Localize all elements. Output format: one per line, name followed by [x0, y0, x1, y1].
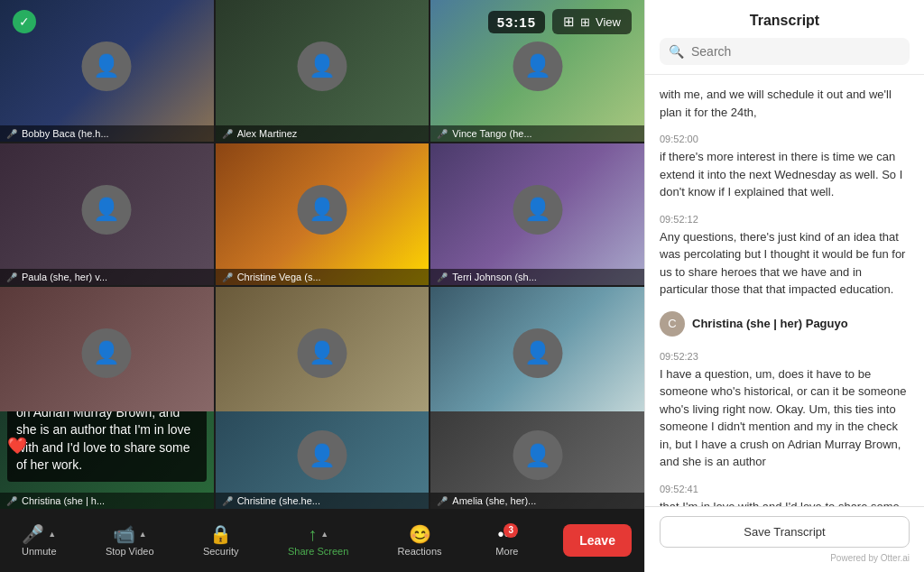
mute-icon-alex: 🎤: [222, 129, 233, 139]
entry-time-4: 09:52:23: [660, 351, 910, 362]
search-box[interactable]: 🔍: [660, 38, 910, 65]
entry-text-1: if there's more interest in there is tim…: [660, 148, 910, 201]
mute-icon-bobby: 🎤: [6, 129, 17, 139]
name-christine-vega: Christine Vega (s...: [237, 272, 321, 282]
video-chevron[interactable]: ▲: [139, 530, 147, 539]
security-icon: 🔒: [209, 525, 232, 543]
camera-icon: 📹: [113, 525, 135, 543]
avatar-vince: 👤: [513, 42, 562, 91]
caption-text: on Adrian Murray Brown, and she is an au…: [16, 411, 190, 472]
avatar-megan: 👤: [297, 328, 346, 378]
mute-icon-christine-vega: 🎤: [222, 272, 233, 282]
mute-icon-terri: 🎤: [437, 272, 448, 282]
leave-button[interactable]: Leave: [563, 524, 632, 557]
security-button[interactable]: 🔒 Security: [194, 520, 248, 562]
video-cell-christine-she: 👤 🎤 Christine (she.he...: [216, 411, 430, 509]
transcript-entry-speaker: C Christina (she | her) Paguyo: [660, 311, 910, 338]
speaker-avatar-christina: C: [660, 311, 685, 337]
video-cell-leslie: 👤 🎤 Leslie (she|her)...: [430, 287, 644, 429]
entry-time-5: 09:52:41: [660, 484, 910, 494]
transcript-entry-5: 09:52:41 that I'm in love with and I'd l…: [660, 484, 910, 507]
view-button[interactable]: ⊞ View: [552, 9, 632, 34]
save-transcript-button[interactable]: Save Transcript: [660, 516, 910, 548]
more-badge: 3: [504, 523, 518, 538]
name-amelia: Amelia (she, her)...: [452, 495, 536, 506]
name-bobby: Bobby Baca (he.h...: [22, 128, 109, 139]
transcript-entry-0: with me, and we will schedule it out and…: [660, 86, 910, 121]
name-vince: Vince Tango (he...: [452, 128, 531, 139]
avatar-leslie: 👤: [513, 328, 562, 378]
name-paula: Paula (she, her) v...: [22, 272, 107, 282]
reactions-button[interactable]: 😊 Reactions: [389, 520, 451, 562]
mute-icon-amelia: 🎤: [437, 496, 448, 506]
entry-time-1: 09:52:00: [660, 134, 910, 144]
avatar-terri: 👤: [513, 185, 562, 235]
transcript-panel: Transcript 🔍 with me, and we will schedu…: [644, 0, 924, 572]
caption-overlay: on Adrian Murray Brown, and she is an au…: [7, 411, 207, 482]
top-bar: ✓ 53:15 ⊞ View: [0, 0, 644, 43]
mute-icon-paula: 🎤: [6, 272, 17, 282]
more-icon-wrap: ••• 3: [497, 525, 516, 543]
name-christine-she: Christine (she.he...: [237, 495, 320, 506]
heart-reaction: ❤️: [7, 436, 27, 456]
mic-muted-icon: 🎤: [22, 525, 44, 543]
entry-time-2: 09:52:12: [660, 214, 910, 225]
mute-icon-vince: 🎤: [437, 129, 448, 139]
entry-text-0: with me, and we will schedule it out and…: [660, 86, 910, 121]
timer-display: 53:15: [488, 11, 545, 33]
video-cell-terri: 👤 🎤 Terri Johnson (sh...: [430, 143, 644, 285]
avatar-valentina: 👤: [82, 328, 132, 378]
avatar-paula: 👤: [82, 185, 132, 235]
transcript-header: Transcript 🔍: [645, 0, 924, 75]
video-cell-christine-vega: 👤 🎤 Christine Vega (s...: [216, 143, 430, 285]
video-area: ✓ 53:15 ⊞ View 👤 🎤 Bobby Baca (he.h... 👤…: [0, 0, 644, 572]
entry-text-2: Any questions, there's just kind of an i…: [660, 228, 910, 299]
toolbar: 🎤 ▲ Unmute 📹 ▲ Stop Video 🔒 Security: [0, 509, 644, 572]
video-cell-amelia: 👤 🎤 Amelia (she, her)...: [430, 411, 644, 509]
entry-text-5: that I'm in love with and I'd love to sh…: [660, 498, 910, 507]
powered-by-label: Powered by Otter.ai: [660, 553, 910, 563]
unmute-button[interactable]: 🎤 ▲ Unmute: [13, 520, 66, 562]
grid-icon: ⊞: [580, 15, 590, 29]
transcript-title: Transcript: [660, 13, 910, 29]
search-icon: 🔍: [669, 44, 684, 59]
search-input[interactable]: [691, 44, 901, 59]
share-screen-button[interactable]: ↑ ▲ Share Screen: [279, 520, 357, 562]
avatar-bobby: 👤: [82, 42, 132, 91]
more-button[interactable]: ••• 3 More: [482, 520, 532, 562]
video-cell-valentina: 👤 🎤 Valentina Iturbe-...: [0, 287, 214, 429]
unmute-chevron[interactable]: ▲: [48, 530, 56, 539]
transcript-entry-4: 09:52:23 I have a question, um, does it …: [660, 351, 910, 471]
transcript-body: with me, and we will schedule it out and…: [645, 75, 924, 506]
reactions-icon: 😊: [409, 525, 431, 543]
speaker-name-christina: Christina (she | her) Paguyo: [692, 317, 848, 330]
shield-icon: ✓: [13, 10, 36, 33]
avatar-amelia: 👤: [513, 430, 562, 480]
mute-icon-christine-she: 🎤: [222, 496, 233, 506]
transcript-entry-1: 09:52:00 if there's more interest in the…: [660, 134, 910, 201]
video-cell-christina: on Adrian Murray Brown, and she is an au…: [0, 411, 214, 509]
video-cell-paula: 👤 🎤 Paula (she, her) v...: [0, 143, 214, 285]
stop-video-button[interactable]: 📹 ▲ Stop Video: [97, 520, 163, 562]
avatar-christine-she: 👤: [297, 430, 346, 480]
video-cell-megan: 👤 🎤 Megan Haskins (...: [216, 287, 430, 429]
avatar-christine-vega: 👤: [297, 185, 346, 235]
name-alex: Alex Martinez: [237, 128, 298, 139]
transcript-footer: Save Transcript Powered by Otter.ai: [645, 506, 924, 572]
name-christina: Christina (she | h...: [22, 495, 105, 506]
entry-text-4: I have a question, um, does it have to b…: [660, 365, 910, 471]
transcript-entry-2: 09:52:12 Any questions, there's just kin…: [660, 214, 910, 299]
share-chevron[interactable]: ▲: [320, 530, 328, 539]
name-terri: Terri Johnson (sh...: [452, 272, 537, 282]
mute-icon-christina: 🎤: [6, 496, 17, 506]
share-screen-icon: ↑: [308, 525, 317, 543]
avatar-alex: 👤: [297, 42, 346, 91]
